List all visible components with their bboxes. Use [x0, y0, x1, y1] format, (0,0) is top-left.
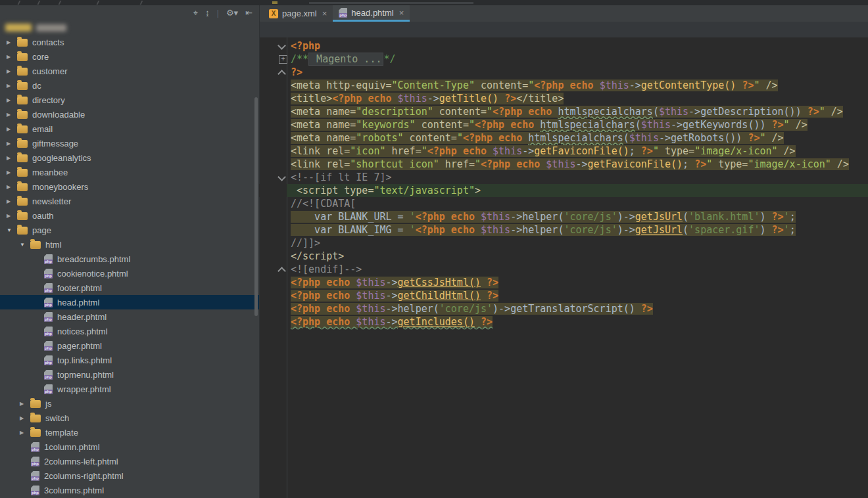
close-icon[interactable]: ×	[399, 8, 404, 18]
chevron-right-icon[interactable]: ▶	[5, 112, 17, 118]
code-line-18[interactable]: <![endif]-->	[259, 263, 868, 276]
code-line-text: <script type="text/javascript">	[291, 185, 481, 196]
chevron-down-icon[interactable]: ▼	[18, 242, 30, 248]
tree-item-meanbee[interactable]: ▶meanbee	[0, 165, 259, 179]
settings-icon[interactable]: ⚙▾	[226, 5, 238, 21]
chevron-right-icon[interactable]: ▶	[5, 83, 17, 89]
tree-item-3columns.phtml[interactable]: php3columns.phtml	[0, 483, 259, 497]
tree-item-oauth[interactable]: ▶oauth	[0, 208, 259, 223]
chevron-down-icon[interactable]: ▼	[5, 227, 17, 233]
code-line-9[interactable]: <link rel="icon" href="<?php echo $this-…	[259, 145, 868, 158]
tree-item-1column.phtml[interactable]: php1column.phtml	[0, 440, 259, 454]
code-line-3[interactable]: ?>	[259, 66, 868, 79]
code-line-20[interactable]: <?php echo $this->getChildHtml() ?>	[259, 289, 868, 302]
chevron-right-icon[interactable]: ▶	[5, 198, 17, 204]
code-line-1[interactable]: <?php	[259, 39, 868, 53]
code-token: />	[831, 158, 849, 170]
code-line-13[interactable]: //<![CDATA[	[259, 197, 868, 210]
tree-item-header.phtml[interactable]: phpheader.phtml	[0, 309, 259, 324]
chevron-right-icon[interactable]: ▶	[5, 170, 17, 175]
hide-panel-icon[interactable]: ⇤	[245, 5, 253, 21]
tree-item-2columns-right.phtml[interactable]: php2columns-right.phtml	[0, 468, 259, 483]
fold-marker-icon[interactable]	[277, 41, 286, 50]
tree-item-directory[interactable]: ▶directory	[0, 93, 259, 107]
code-editor[interactable]: <?php+/** Magento ...*/?><meta http-equi…	[259, 39, 868, 328]
code-token: ->	[427, 93, 439, 104]
locate-icon[interactable]: ⌖	[193, 5, 198, 21]
fold-marker-icon[interactable]	[277, 70, 286, 78]
tree-item-page[interactable]: ▼page	[0, 223, 259, 237]
tree-item-dc[interactable]: ▶dc	[0, 78, 259, 93]
fold-marker-icon[interactable]	[277, 173, 286, 181]
tree-scrollbar[interactable]	[254, 97, 258, 316]
tree-item-contacts[interactable]: ▶contacts	[0, 35, 259, 49]
tree-item-pager.phtml[interactable]: phppager.phtml	[0, 338, 259, 353]
code-line-11[interactable]: <!--[if lt IE 7]>	[259, 171, 868, 184]
tree-item-switch[interactable]: ▶switch	[0, 411, 259, 425]
tree-item-giftmessage[interactable]: ▶giftmessage	[0, 136, 259, 150]
code-line-17[interactable]: </script>	[259, 250, 868, 263]
fold-marker-icon[interactable]: +	[279, 55, 287, 64]
code-token: $this	[641, 119, 671, 131]
tree-root-redacted[interactable]	[0, 20, 259, 35]
tree-item-label: head.phtml	[57, 298, 99, 307]
code-line-15[interactable]: var BLANK_IMG = '<?php echo $this->helpe…	[259, 223, 868, 237]
tree-item-googleanalytics[interactable]: ▶googleanalytics	[0, 150, 259, 165]
code-token: "	[784, 119, 790, 131]
tree-item-downloadable[interactable]: ▶downloadable	[0, 107, 259, 122]
code-line-14[interactable]: var BLANK_URL = '<?php echo $this->helpe…	[259, 210, 868, 223]
code-line-12[interactable]: <script type="text/javascript">	[259, 184, 868, 197]
code-line-21[interactable]: <?php echo $this->helper('core/js')->get…	[259, 302, 868, 315]
chevron-right-icon[interactable]: ▶	[5, 126, 17, 132]
collapse-all-icon[interactable]: ↨	[205, 5, 210, 21]
code-line-7[interactable]: <meta name="keywords" content="<?php ech…	[259, 118, 868, 131]
chevron-right-icon[interactable]: ▶	[5, 213, 17, 219]
code-line-22[interactable]: <?php echo $this->getIncludes() ?>	[259, 315, 868, 328]
code-line-10[interactable]: <link rel="shortcut icon" href="<?php ec…	[259, 158, 868, 171]
chevron-right-icon[interactable]: ▶	[18, 430, 30, 436]
chevron-right-icon[interactable]: ▶	[5, 141, 17, 147]
code-line-19[interactable]: <?php echo $this->getCssJsHtml() ?>	[259, 276, 868, 289]
tab-head.phtml[interactable]: phphead.phtml×	[333, 5, 410, 22]
tree-item-top.links.phtml[interactable]: phptop.links.phtml	[0, 353, 259, 367]
code-line-2[interactable]: +/** Magento ...*/	[259, 53, 868, 66]
chevron-right-icon[interactable]: ▶	[5, 39, 17, 45]
project-tree[interactable]: ▶contacts▶core▶customer▶dc▶directory▶dow…	[0, 20, 259, 498]
tree-item-wrapper.phtml[interactable]: phpwrapper.phtml	[0, 382, 259, 396]
code-line-16[interactable]: //]]>	[259, 237, 868, 250]
chevron-right-icon[interactable]: ▶	[5, 184, 17, 190]
code-line-4[interactable]: <meta http-equiv="Content-Type" content=…	[259, 79, 868, 92]
chevron-right-icon[interactable]: ▶	[18, 401, 30, 407]
tree-item-footer.phtml[interactable]: phpfooter.phtml	[0, 281, 259, 295]
close-icon[interactable]: ×	[322, 9, 327, 18]
tree-item-cookienotice.phtml[interactable]: phpcookienotice.phtml	[0, 266, 259, 281]
code-token: 'core/js'	[439, 303, 493, 315]
tree-item-js[interactable]: ▶js	[0, 396, 259, 411]
tree-item-html[interactable]: ▼html	[0, 237, 259, 252]
tree-item-breadcrumbs.phtml[interactable]: phpbreadcrumbs.phtml	[0, 252, 259, 266]
code-token: "description"	[356, 106, 433, 118]
tree-item-2columns-left.phtml[interactable]: php2columns-left.phtml	[0, 454, 259, 468]
chevron-right-icon[interactable]: ▶	[5, 155, 17, 161]
code-line-8[interactable]: <meta name="robots" content="<?php echo …	[259, 131, 868, 145]
tree-item-topmenu.phtml[interactable]: phptopmenu.phtml	[0, 367, 259, 382]
fold-marker-icon[interactable]	[277, 267, 286, 275]
chevron-right-icon[interactable]: ▶	[5, 54, 17, 60]
tab-page.xml[interactable]: Xpage.xml×	[263, 5, 333, 22]
code-line-5[interactable]: <title><?php echo $this->getTitle() ?></…	[259, 92, 868, 105]
code-token: ->	[659, 132, 671, 144]
code-line-text: //<![CDATA[	[291, 198, 356, 210]
tree-item-label: js	[45, 399, 51, 409]
tree-item-notices.phtml[interactable]: phpnotices.phtml	[0, 324, 259, 338]
tree-item-moneybookers[interactable]: ▶moneybookers	[0, 179, 259, 194]
tree-item-core[interactable]: ▶core	[0, 49, 259, 64]
tree-item-head.phtml[interactable]: phphead.phtml	[0, 295, 259, 309]
tree-item-template[interactable]: ▶template	[0, 425, 259, 440]
tree-item-email[interactable]: ▶email	[0, 122, 259, 136]
tree-item-customer[interactable]: ▶customer	[0, 64, 259, 78]
chevron-right-icon[interactable]: ▶	[5, 68, 17, 74]
tree-item-newsletter[interactable]: ▶newsletter	[0, 194, 259, 208]
chevron-right-icon[interactable]: ▶	[18, 415, 30, 421]
code-line-6[interactable]: <meta name="description" content="<?php …	[259, 105, 868, 118]
chevron-right-icon[interactable]: ▶	[5, 97, 17, 103]
